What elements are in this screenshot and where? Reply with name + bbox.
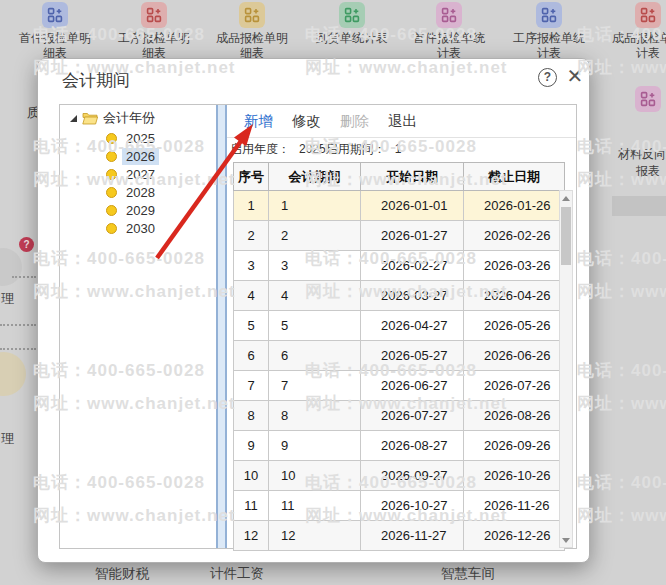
enable-year-label: 启用年度： [230, 142, 290, 156]
scroll-down-icon[interactable] [560, 533, 572, 547]
table-row[interactable]: 332026-02-272026-03-26 [234, 251, 565, 281]
background-text-fragment: 理 [1, 290, 14, 308]
cell-period: 2 [269, 221, 361, 251]
tree-node-fiscal-year[interactable]: 会计年份 [60, 109, 155, 127]
shortcut-item[interactable]: 成品报检单统计表 [600, 2, 666, 61]
cell-period: 7 [269, 371, 361, 401]
table-row[interactable]: 772026-06-272026-07-26 [234, 371, 565, 401]
cell-end-date: 2026-05-26 [464, 311, 565, 341]
column-header: 序号 [234, 163, 269, 191]
tree-node-year-2028[interactable]: 2028 [60, 183, 159, 201]
cell-index: 9 [234, 431, 269, 461]
cell-end-date: 2026-12-26 [464, 521, 565, 551]
year-bullet-icon [106, 205, 117, 216]
background-module-label: 智慧车间 [441, 565, 495, 583]
shortcut-label: 首件报检单统计表 [410, 31, 488, 61]
cell-period: 8 [269, 401, 361, 431]
shortcut-label: 到货单统计表 [313, 31, 391, 46]
divider [12, 276, 36, 278]
tree-expand-icon[interactable] [70, 115, 77, 122]
cell-index: 4 [234, 281, 269, 311]
accounting-period-dialog: 会计期间 ? ✕ 会计年份 202520262027202820292030 新… [37, 58, 590, 563]
shortcut-label: 材料反向追 报表 [600, 146, 666, 180]
accounting-period-table: 序号会计期间开始日期截止日期 112026-01-012026-01-26222… [233, 162, 565, 551]
column-header: 开始日期 [361, 163, 464, 191]
dialog-toolbar: 新增修改删除退出 [227, 105, 576, 138]
table-row[interactable]: 992026-08-272026-09-26 [234, 431, 565, 461]
cell-start-date: 2026-01-01 [361, 191, 464, 221]
cell-period: 5 [269, 311, 361, 341]
report-icon [239, 2, 265, 28]
cell-index: 3 [234, 251, 269, 281]
tree-root-label: 会计年份 [103, 109, 155, 127]
shortcut-label: 工序报检单明细表 [115, 31, 193, 61]
close-icon[interactable]: ✕ [564, 65, 586, 87]
column-header: 截止日期 [464, 163, 565, 191]
tree-node-year-2029[interactable]: 2029 [60, 201, 159, 219]
table-scrollbar[interactable] [559, 190, 573, 548]
shortcut-item[interactable]: 首件报检单明细表 [7, 2, 103, 61]
background-avatar-circle [0, 352, 26, 396]
tree-node-year-2025[interactable]: 2025 [60, 129, 159, 147]
toolbar-button-退出[interactable]: 退出 [388, 112, 417, 131]
table-row[interactable]: 11112026-10-272026-11-26 [234, 491, 565, 521]
shortcut-item[interactable]: 首件报检单统计表 [401, 2, 497, 61]
column-header: 会计期间 [269, 163, 361, 191]
cell-start-date: 2026-06-27 [361, 371, 464, 401]
shortcut-item[interactable]: 工序报检单统计表 [501, 2, 597, 61]
cell-end-date: 2026-03-26 [464, 251, 565, 281]
help-badge-icon[interactable]: ? [19, 237, 34, 252]
toolbar-button-新增[interactable]: 新增 [244, 112, 273, 131]
report-icon [141, 2, 167, 28]
table-row[interactable]: 222026-01-272026-02-26 [234, 221, 565, 251]
cell-end-date: 2026-11-26 [464, 491, 565, 521]
sidebar-item-material-trace-report[interactable]: 材料反向追 报表 [600, 86, 666, 180]
cell-start-date: 2026-10-27 [361, 491, 464, 521]
cell-index: 10 [234, 461, 269, 491]
shortcut-label: 成品报检单统计表 [609, 31, 666, 61]
table-row[interactable]: 112026-01-012026-01-26 [234, 191, 565, 221]
help-icon[interactable]: ? [538, 68, 557, 87]
folder-icon [82, 112, 98, 125]
scroll-up-icon[interactable] [560, 191, 572, 205]
table-row[interactable]: 882026-07-272026-08-26 [234, 401, 565, 431]
cell-end-date: 2026-07-26 [464, 371, 565, 401]
tree-year-label: 2026 [122, 148, 159, 165]
enable-period-value: 1 [395, 142, 402, 156]
year-bullet-icon [106, 133, 117, 144]
shortcut-label: 首件报检单明细表 [16, 31, 94, 61]
cell-end-date: 2026-04-26 [464, 281, 565, 311]
cell-start-date: 2026-02-27 [361, 251, 464, 281]
cell-end-date: 2026-06-26 [464, 341, 565, 371]
shortcut-item[interactable]: 到货单统计表 [304, 2, 400, 46]
report-icon [436, 2, 462, 28]
fiscal-year-tree: 会计年份 202520262027202820292030 [60, 105, 216, 548]
cell-index: 8 [234, 401, 269, 431]
tree-node-year-2030[interactable]: 2030 [60, 219, 159, 237]
shortcut-item[interactable]: 成品报检单明细表 [204, 2, 300, 61]
table-row[interactable]: 12122026-11-272026-12-26 [234, 521, 565, 551]
table-row[interactable]: 662026-05-272026-06-26 [234, 341, 565, 371]
shortcut-item[interactable]: 工序报检单明细表 [106, 2, 202, 61]
period-panel: 新增修改删除退出 启用年度：2025启用期间：1 序号会计期间开始日期截止日期 … [227, 105, 576, 548]
cell-start-date: 2026-03-27 [361, 281, 464, 311]
report-icon [339, 2, 365, 28]
cell-start-date: 2026-05-27 [361, 341, 464, 371]
dialog-body: 会计年份 202520262027202820292030 新增修改删除退出 启… [59, 104, 577, 549]
year-bullet-icon [106, 223, 117, 234]
table-row[interactable]: 552026-04-272026-05-26 [234, 311, 565, 341]
cell-end-date: 2026-10-26 [464, 461, 565, 491]
table-row[interactable]: 10102026-09-272026-10-26 [234, 461, 565, 491]
panel-splitter[interactable] [216, 105, 227, 548]
tree-node-year-2026[interactable]: 2026 [60, 147, 159, 165]
cell-start-date: 2026-08-27 [361, 431, 464, 461]
app-screen: { "palette":{ "accent_blue":"#2e6fce", "… [0, 0, 666, 585]
toolbar-button-修改[interactable]: 修改 [292, 112, 321, 131]
scrollbar-thumb[interactable] [561, 207, 571, 265]
cell-start-date: 2026-07-27 [361, 401, 464, 431]
tree-year-label: 2029 [122, 202, 159, 219]
tree-node-year-2027[interactable]: 2027 [60, 165, 159, 183]
cell-index: 11 [234, 491, 269, 521]
cell-index: 6 [234, 341, 269, 371]
table-row[interactable]: 442026-03-272026-04-26 [234, 281, 565, 311]
